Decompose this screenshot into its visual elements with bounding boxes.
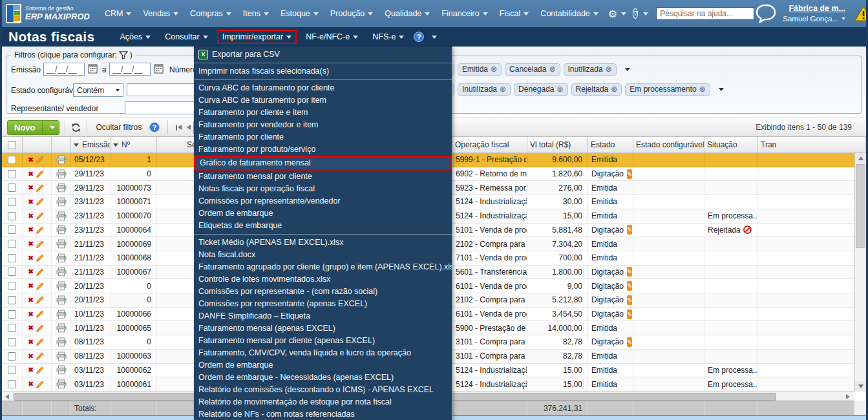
chevron-down-icon[interactable] xyxy=(621,12,626,16)
header-numero[interactable]: Nº xyxy=(111,137,157,152)
row-checkbox[interactable] xyxy=(8,184,16,192)
scroll-up-arrow[interactable] xyxy=(855,153,867,163)
print-icon[interactable] xyxy=(56,379,67,389)
top-menu-item[interactable]: Vendas xyxy=(143,9,178,18)
user-menu[interactable]: Samuel Gonça... xyxy=(783,14,838,23)
row-checkbox[interactable] xyxy=(8,226,16,234)
row-checkbox[interactable] xyxy=(8,296,16,304)
menu-item[interactable]: Comissões por representante - (com razão… xyxy=(194,286,452,298)
header-emissao[interactable]: Emissão xyxy=(71,137,111,152)
menu-item[interactable]: Faturamento mensal por cliente (apenas E… xyxy=(194,335,452,347)
header-estado[interactable]: Estado xyxy=(588,137,633,152)
menu-item[interactable]: Relatório de movimentação de estoque por… xyxy=(194,396,452,408)
gear-icon[interactable]: ⚙ xyxy=(608,8,617,20)
scroll-right-arrow[interactable] xyxy=(843,392,853,401)
row-checkbox[interactable] xyxy=(8,212,16,220)
menu-item[interactable]: Ticket Médio (APENAS EM EXCEL).xlsx xyxy=(194,236,452,249)
chevron-down-icon[interactable] xyxy=(643,12,648,16)
delete-icon[interactable]: ✖ xyxy=(28,366,34,374)
row-checkbox[interactable] xyxy=(8,310,16,319)
header-transporte[interactable]: Tran xyxy=(758,137,866,152)
edit-pencil-icon[interactable] xyxy=(36,337,45,346)
header-situacao[interactable]: Situação xyxy=(704,137,758,152)
print-icon[interactable] xyxy=(56,323,67,333)
row-checkbox[interactable] xyxy=(8,254,16,262)
delete-icon[interactable]: ✖ xyxy=(28,198,34,206)
menu-item[interactable]: Relatório de comissões (descontando o IC… xyxy=(194,384,452,396)
chip-remove-icon[interactable]: ⊗ xyxy=(606,65,612,74)
top-menu-item[interactable]: Qualidade xyxy=(385,9,430,18)
menu-item[interactable]: Faturamento por produto/serviço xyxy=(194,143,452,156)
filter-chip[interactable]: Em processamento⊗ xyxy=(625,83,710,96)
page-menu-item[interactable]: Consultar xyxy=(160,30,213,44)
chip-remove-icon[interactable]: ⊗ xyxy=(549,65,555,74)
row-checkbox[interactable] xyxy=(8,380,16,388)
menu-item[interactable]: Imprimir notas fiscais selecionada(s) xyxy=(194,65,452,78)
top-menu-item[interactable]: Estoque xyxy=(281,9,319,18)
filter-chip[interactable]: Rejeitada⊗ xyxy=(571,83,622,96)
scroll-down-arrow[interactable] xyxy=(855,381,867,392)
print-icon[interactable] xyxy=(56,155,67,165)
edit-pencil-icon[interactable] xyxy=(36,282,45,291)
top-menu-item[interactable]: Produção xyxy=(330,9,374,18)
menu-item[interactable]: Faturamento por cliente xyxy=(194,131,452,143)
first-page-button[interactable] xyxy=(176,125,182,131)
chip-remove-icon[interactable]: ⊗ xyxy=(611,85,617,94)
filters-legend[interactable]: Filtros (clique para configurar: ) xyxy=(11,50,136,59)
edit-pencil-icon[interactable] xyxy=(36,380,45,389)
company-link[interactable]: Fábrica de m... xyxy=(783,4,845,14)
top-menu-item[interactable]: CRM xyxy=(105,9,131,18)
delete-icon[interactable]: ✖ xyxy=(28,338,34,346)
edit-pencil-icon[interactable] xyxy=(36,211,45,220)
refresh-icon[interactable] xyxy=(70,122,81,133)
delete-icon[interactable]: ✖ xyxy=(28,310,34,319)
print-icon[interactable] xyxy=(56,253,67,263)
delete-icon[interactable]: ✖ xyxy=(28,170,34,178)
row-checkbox[interactable] xyxy=(8,198,16,206)
edit-pencil-icon[interactable] xyxy=(36,366,45,375)
header-estado-configuravel[interactable]: Estado configurável xyxy=(633,137,704,152)
row-checkbox[interactable] xyxy=(8,282,16,290)
edit-pencil-icon[interactable] xyxy=(36,240,45,249)
digitacao-edit-icon[interactable]: ✎ xyxy=(627,169,632,179)
row-checkbox[interactable] xyxy=(8,338,16,346)
header-serie[interactable]: Série xyxy=(157,137,196,152)
filter-chip[interactable]: Denegada⊗ xyxy=(514,83,567,96)
chip-remove-icon[interactable]: ⊗ xyxy=(557,85,564,94)
digitacao-edit-icon[interactable]: ✎ xyxy=(627,295,632,305)
delete-icon[interactable]: ✖ xyxy=(28,324,34,332)
print-icon[interactable] xyxy=(56,365,67,375)
row-checkbox[interactable] xyxy=(8,352,16,361)
emissao-from-input[interactable] xyxy=(43,63,85,76)
help-icon[interactable]: ? xyxy=(414,32,424,42)
row-checkbox[interactable] xyxy=(8,268,16,276)
top-menu-item[interactable]: Contabilidade xyxy=(540,9,598,18)
emissao-to-input[interactable] xyxy=(109,63,151,76)
delete-icon[interactable]: ✖ xyxy=(28,380,34,388)
edit-pencil-icon[interactable] xyxy=(36,226,45,235)
calendar-icon[interactable] xyxy=(154,63,164,74)
delete-icon[interactable]: ✖ xyxy=(28,268,34,276)
menu-item[interactable]: Ordem de embarque xyxy=(194,207,452,220)
top-menu-item[interactable]: Fiscal xyxy=(500,9,529,18)
row-checkbox[interactable] xyxy=(8,170,16,178)
edit-pencil-icon[interactable] xyxy=(36,253,45,262)
print-icon[interactable] xyxy=(56,267,67,277)
menu-item[interactable]: Controle de lotes movimentados.xlsx xyxy=(194,273,452,286)
edit-pencil-icon[interactable] xyxy=(36,310,45,319)
help-icon[interactable]: ? xyxy=(149,122,160,132)
edit-pencil-icon[interactable] xyxy=(36,197,45,206)
menu-item[interactable]: DANFE Simplificado – Etiqueta xyxy=(194,310,452,322)
chip-remove-icon[interactable]: ⊗ xyxy=(491,65,497,74)
help-circle-icon[interactable]: ? xyxy=(633,8,638,19)
vertical-scrollbar[interactable] xyxy=(854,153,866,392)
chip-dropdown-button[interactable] xyxy=(714,83,726,96)
filter-chip[interactable]: Cancelada⊗ xyxy=(505,63,560,76)
chevron-down-icon[interactable] xyxy=(432,36,437,39)
menu-item[interactable]: Curva ABC de faturamento por item xyxy=(194,94,452,107)
delete-icon[interactable]: ✖ xyxy=(28,212,34,220)
select-all-checkbox[interactable] xyxy=(8,141,16,149)
print-icon[interactable] xyxy=(56,211,67,221)
page-menu-item[interactable]: Imprimir/exportar xyxy=(217,30,297,44)
chip-remove-icon[interactable]: ⊗ xyxy=(699,85,706,94)
